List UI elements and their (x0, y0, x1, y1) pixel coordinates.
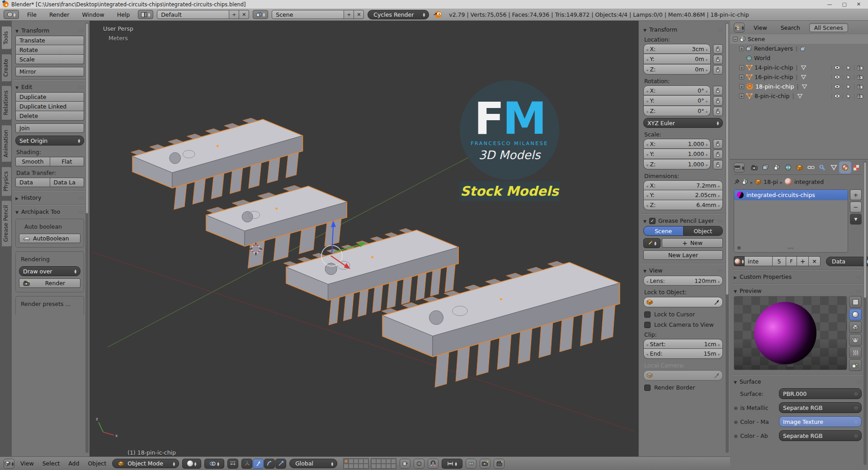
lock-scale-y[interactable] (713, 150, 723, 159)
editor-type-3dview-menu[interactable] (4, 459, 14, 469)
tab-object-data[interactable] (829, 162, 839, 173)
scrollbar-thumb[interactable] (726, 24, 728, 295)
material-users-count[interactable]: 5 (773, 256, 786, 266)
remove-material-slot-button[interactable]: − (850, 202, 862, 212)
lock-scale-z[interactable] (713, 160, 723, 169)
clip-end-field[interactable]: End:15m (643, 349, 723, 359)
manipulator-rotate-toggle[interactable] (264, 459, 275, 469)
preview-world-sphere-button[interactable] (849, 359, 862, 371)
scene-browse-button[interactable] (253, 10, 268, 19)
render-passes-button[interactable] (466, 459, 476, 469)
expand-socket-icon[interactable] (734, 404, 738, 411)
fake-user-button[interactable]: F (786, 256, 797, 266)
outliner-row-world[interactable]: World (730, 53, 868, 63)
panel-grip[interactable] (717, 219, 723, 223)
scale-z-field[interactable]: Z:1.000 (643, 160, 711, 169)
panel-grip[interactable] (79, 28, 84, 33)
list-resize-grip[interactable]: ══ (788, 246, 794, 251)
transfer-data-button[interactable]: Data (15, 178, 50, 187)
visibility-eye-icon[interactable] (831, 94, 843, 99)
lock-scale-x[interactable] (713, 139, 723, 149)
expand-socket-icon[interactable] (734, 418, 738, 425)
color-ab-input-button[interactable]: Separate RGB (779, 430, 862, 441)
collapse-toggle[interactable]: − (733, 37, 738, 42)
scale-x-field[interactable]: X:1.000 (643, 139, 711, 149)
render-button[interactable]: Render (19, 278, 80, 288)
material-name-field[interactable]: inte (745, 256, 773, 266)
dimension-x-field[interactable]: X:7.2mm (643, 180, 723, 190)
draw-over-menu[interactable]: Draw over (19, 266, 80, 276)
material-specials-menu[interactable]: ▼ (850, 214, 862, 225)
tab-object[interactable] (794, 162, 805, 173)
renderability-camera-icon[interactable] (854, 84, 865, 89)
set-origin-menu[interactable]: Set Origin (15, 136, 84, 146)
opengl-render-anim-button[interactable] (494, 459, 505, 469)
material-slot-selected[interactable]: integrated-circuits-chips (734, 190, 848, 200)
menu-help[interactable]: Help (113, 11, 135, 18)
opengl-render-button[interactable] (480, 459, 491, 469)
expand-toggle[interactable]: + (739, 94, 744, 99)
tab-scene[interactable] (772, 162, 782, 173)
tab-material[interactable] (840, 162, 850, 173)
rotation-mode-menu[interactable]: XYZ Euler (643, 118, 723, 128)
dimension-y-field[interactable]: Y:2.05cm (643, 190, 723, 200)
lock-rotation-x[interactable] (713, 86, 723, 95)
gpencil-source-scene[interactable]: Scene (643, 226, 684, 236)
lock-rotation-y[interactable] (713, 96, 723, 106)
color-ma-input-button[interactable]: Image Texture (779, 416, 862, 427)
gpencil-source-object[interactable]: Object (684, 226, 723, 236)
breadcrumb-material[interactable]: integrated (794, 179, 824, 185)
object-menu[interactable]: Object (85, 460, 109, 467)
translate-button[interactable]: Translate (15, 36, 84, 45)
preview-sphere-button[interactable] (849, 309, 862, 320)
view-menu[interactable]: View (18, 460, 37, 467)
visibility-eye-icon[interactable] (831, 84, 843, 89)
render-border-checkbox[interactable] (644, 385, 651, 391)
manipulator-translate-toggle[interactable] (253, 459, 264, 469)
location-x-field[interactable]: X:3cm (643, 44, 711, 54)
preview-resize-grip[interactable]: ══ (787, 363, 793, 368)
panel-grip[interactable] (79, 85, 84, 89)
gpencil-new-button[interactable]: +New (662, 238, 723, 248)
snap-toggle[interactable] (428, 459, 439, 469)
delete-button[interactable]: Delete (15, 111, 84, 121)
tab-modifiers[interactable] (817, 162, 828, 173)
expand-toggle[interactable]: + (739, 75, 744, 80)
manipulate-center-points-toggle[interactable] (227, 459, 238, 469)
rotate-button[interactable]: Rotate (15, 45, 84, 55)
manipulator-axes-toggle[interactable] (241, 459, 252, 469)
panel-grip[interactable] (79, 196, 84, 200)
outliner-row-14-pin[interactable]: + 14-pin-ic-chip | (730, 63, 868, 72)
preview-hair-button[interactable] (849, 347, 862, 358)
rotation-z-field[interactable]: Z:0° (643, 106, 711, 116)
visibility-eye-icon[interactable] (831, 75, 843, 80)
add-screen-layout-button[interactable]: + (229, 10, 239, 19)
render-engine-select[interactable]: Cycles Render (368, 10, 429, 19)
metallic-input-button[interactable]: Separate RGB (779, 402, 862, 413)
object-cube-icon[interactable] (755, 179, 761, 185)
preview-monkey-button[interactable] (849, 334, 862, 346)
data-source-menu[interactable]: Data (826, 257, 868, 266)
panel-header-surface[interactable]: Surface (734, 378, 862, 385)
selectability-cursor-icon[interactable] (843, 94, 854, 99)
lock-camera-checkbox[interactable] (644, 322, 651, 328)
minimize-button[interactable] (827, 1, 832, 7)
expand-toggle[interactable]: + (739, 46, 744, 51)
panel-grip[interactable] (856, 289, 862, 293)
breadcrumb-object[interactable]: 18-pi (764, 179, 778, 185)
tab-physics[interactable]: Physics (2, 166, 12, 196)
expand-toggle[interactable]: + (739, 84, 744, 89)
panel-header-archipack[interactable]: Archipack Too (15, 208, 84, 215)
scene-name-field[interactable]: Scene (272, 10, 344, 19)
selectability-cursor-icon[interactable] (843, 75, 854, 80)
mode-select[interactable]: Object Mode (112, 459, 179, 468)
mirror-button[interactable]: Mirror (15, 67, 84, 76)
scrollbar-thumb[interactable] (86, 24, 88, 213)
tab-grease-pencil[interactable]: Grease Pencil (2, 200, 12, 247)
outliner-row-renderlayers[interactable]: + RenderLayers | (730, 44, 868, 53)
panel-header-transform[interactable]: Transform (15, 27, 84, 34)
outliner-search-menu[interactable]: Search (776, 24, 805, 31)
screen-layout-name-field[interactable]: Default (157, 10, 229, 19)
lock-location-y[interactable] (713, 55, 723, 64)
add-scene-button[interactable]: + (344, 10, 354, 19)
